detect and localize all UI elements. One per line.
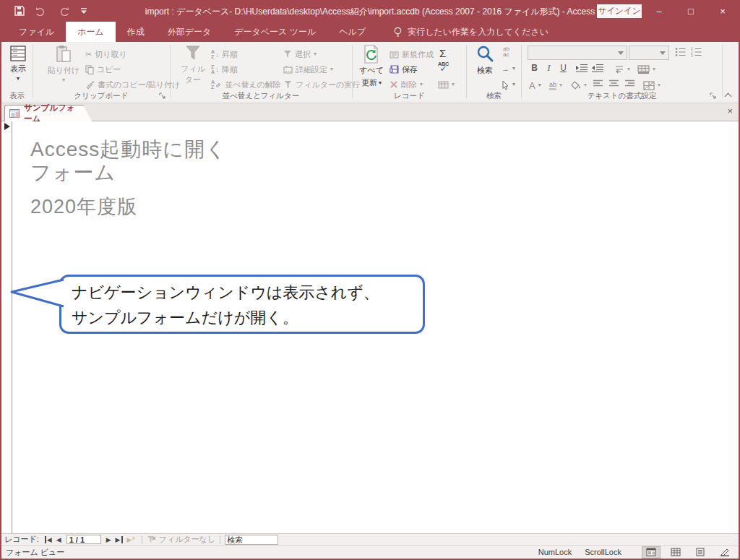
cut-button: ✂ 切り取り: [85, 48, 127, 61]
totals-sigma-icon: Σ: [439, 47, 446, 59]
last-record-icon[interactable]: ▶: [116, 536, 123, 543]
layout-view-icon: [695, 548, 705, 556]
delete-record-button: 削除 ▾: [390, 78, 423, 91]
maximize-button[interactable]: □: [675, 0, 707, 22]
numlock-indicator: NumLock: [538, 548, 572, 556]
select-button[interactable]: ▾: [502, 78, 515, 91]
record-search-input[interactable]: [225, 535, 278, 545]
save-record-label: 保存: [402, 64, 418, 75]
chevron-down-icon: ▾: [314, 51, 317, 57]
copy-button: コピー: [85, 63, 121, 76]
tab-home[interactable]: ホーム: [66, 22, 116, 42]
first-record-icon[interactable]: ◀: [45, 536, 52, 543]
close-button[interactable]: ×: [707, 0, 739, 22]
refresh-all-icon: [362, 45, 381, 64]
chevron-down-icon: [660, 51, 666, 55]
underline-button[interactable]: U: [558, 63, 569, 73]
no-filter-icon: [147, 535, 156, 543]
view-button[interactable]: 表示 ▾: [6, 45, 30, 82]
format-painter-label: 書式のコピー/貼り付け: [98, 79, 180, 90]
tell-me-box[interactable]: 実行したい作業を入力してください: [393, 22, 548, 42]
access-window: import : データベース- D:\HUserdata\desktop\Ac…: [0, 0, 740, 560]
save-record-button[interactable]: 保存: [390, 63, 418, 76]
search-icon: [476, 45, 494, 64]
text-format-dialog-launcher-icon[interactable]: [710, 92, 717, 100]
find-button[interactable]: 検索: [471, 45, 499, 76]
tab-help[interactable]: ヘルプ: [327, 22, 377, 42]
redo-icon: [58, 7, 69, 16]
next-record-icon[interactable]: ▶: [106, 536, 111, 543]
copy-icon: [85, 65, 94, 74]
toggle-filter-label: フィルターの実行: [296, 79, 360, 90]
undo-icon: [35, 7, 47, 16]
save-icon[interactable]: [14, 6, 25, 16]
view-icon: [9, 45, 27, 62]
window-title: import : データベース- D:\HUserdata\desktop\Ac…: [145, 6, 595, 18]
spelling-check-icon: ✓: [440, 66, 447, 72]
align-center-icon: [608, 79, 619, 87]
find-button-label: 検索: [477, 65, 493, 76]
collapse-ribbon-icon[interactable]: [725, 92, 731, 98]
view-mode-label: フォーム ビュー: [6, 547, 64, 558]
datasheet-view-button[interactable]: [666, 546, 685, 559]
customize-qat-icon[interactable]: [80, 8, 87, 14]
totals-button[interactable]: Σ: [439, 46, 446, 59]
sort-ascending-label: 昇順: [222, 49, 238, 60]
fill-color-button: ▾: [571, 79, 587, 92]
gridlines-icon: [637, 65, 650, 74]
clipboard-dialog-launcher-icon[interactable]: [159, 92, 166, 100]
more-table-icon: [438, 81, 449, 89]
previous-record-icon[interactable]: ◀: [56, 536, 61, 543]
new-record-icon: [390, 51, 399, 59]
chevron-down-icon: ▾: [538, 82, 541, 88]
layout-view-button[interactable]: [691, 546, 710, 559]
bold-button[interactable]: B: [529, 63, 540, 73]
record-selector-arrow-icon: [4, 123, 10, 130]
form-left-border: [12, 121, 12, 533]
form-view-button[interactable]: [642, 546, 661, 559]
ribbon-tab-row: ファイル ホーム 作成 外部データ データベース ツール ヘルプ 実行したい作業…: [1, 22, 739, 42]
window-controls: – □ ×: [643, 0, 739, 22]
selection-button: 選択 ▾: [283, 48, 317, 61]
close-document-icon[interactable]: ×: [727, 105, 733, 116]
chevron-down-icon: ▾: [512, 66, 515, 72]
goto-arrow-icon: →: [502, 64, 509, 73]
design-view-button[interactable]: [715, 546, 734, 559]
selection-label: 選択: [295, 49, 311, 60]
document-tab-sample-form[interactable]: サンプルフォーム: [4, 105, 84, 121]
tab-file[interactable]: ファイル: [7, 22, 66, 42]
paste-button: 貼り付け ▾: [46, 45, 81, 83]
font-color-icon: A: [529, 80, 535, 91]
chevron-down-icon: [618, 51, 624, 55]
tab-database-tools[interactable]: データベース ツール: [223, 22, 327, 42]
tab-external-data[interactable]: 外部データ: [156, 22, 223, 42]
replace-button[interactable]: ab ac: [503, 46, 509, 58]
chevron-down-icon: ▾: [17, 76, 20, 82]
goto-button[interactable]: → ▾: [502, 62, 515, 75]
spelling-button[interactable]: ABC ✓: [438, 61, 449, 72]
new-record-icon[interactable]: ▶*: [127, 535, 135, 544]
select-pointer-icon: [502, 80, 509, 90]
sign-in-button[interactable]: サインイン: [597, 4, 642, 18]
minimize-button[interactable]: –: [643, 0, 675, 22]
chevron-down-icon: ▾: [512, 82, 515, 87]
advanced-filter-button: 詳細設定 ▾: [283, 63, 333, 76]
callout-tail: [9, 277, 65, 309]
format-painter-icon: [85, 80, 95, 90]
refresh-all-button[interactable]: すべて 更新 ▾: [357, 45, 386, 88]
decrease-indent-icon[interactable]: [591, 64, 604, 72]
find-group-label: 検索: [467, 91, 521, 101]
selection-icon: [283, 50, 292, 59]
chevron-down-icon: ▾: [420, 82, 423, 87]
chevron-down-icon: ▾: [627, 66, 630, 72]
paragraph-direction-button: ▾: [614, 63, 630, 76]
form-subheading: 2020年度版: [30, 194, 137, 220]
record-position-box[interactable]: 1 / 1: [66, 535, 101, 544]
increase-indent-icon[interactable]: [575, 64, 588, 72]
chevron-down-icon: ▾: [379, 80, 382, 86]
view-button-label: 表示: [10, 64, 26, 74]
chevron-down-icon: ▾: [584, 82, 587, 88]
italic-button[interactable]: I: [543, 63, 554, 74]
tab-create[interactable]: 作成: [116, 22, 156, 42]
tell-me-label: 実行したい作業を入力してください: [408, 26, 548, 38]
